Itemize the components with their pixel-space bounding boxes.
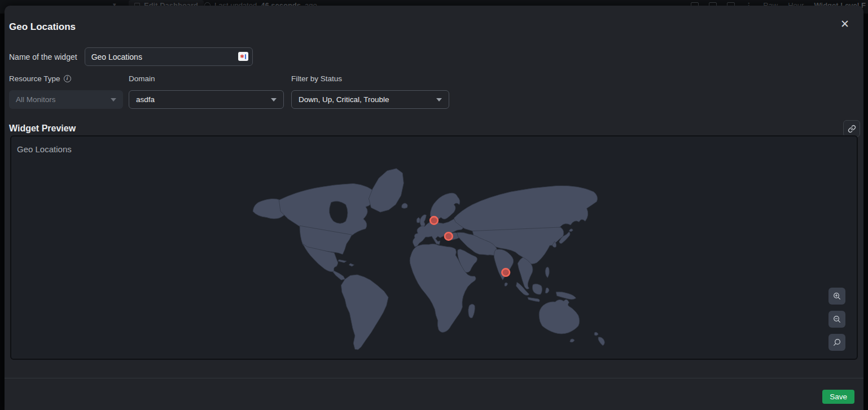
zoom-out-icon (832, 315, 841, 324)
widget-preview-title: Widget Preview (9, 124, 76, 134)
chevron-down-icon (111, 98, 116, 102)
status-filter-label: Filter by Status (291, 74, 342, 83)
marker-south-india[interactable] (502, 268, 510, 276)
marker-eastern-europe[interactable] (445, 232, 453, 240)
world-map-landmasses (253, 169, 604, 350)
asterisk-glyph: ✱ (240, 54, 244, 59)
marker-northern-europe[interactable] (430, 217, 438, 224)
save-button[interactable]: Save (822, 390, 854, 404)
status-filter-value: Down, Up, Critical, Trouble (299, 95, 389, 104)
cursor-glyph (245, 54, 246, 59)
copy-link-button[interactable] (843, 120, 860, 137)
chevron-down-icon (436, 98, 442, 102)
zoom-out-button[interactable] (828, 311, 845, 328)
modal-title: Geo Locations (9, 21, 76, 33)
resource-type-value: All Monitors (16, 95, 56, 104)
translate-icon[interactable]: ✱ (238, 52, 248, 61)
widget-name-label: Name of the widget (9, 52, 77, 61)
zoom-reset-button[interactable] (828, 334, 845, 351)
close-icon[interactable]: ✕ (838, 17, 852, 32)
widget-preview-panel: Geo Locations (10, 135, 858, 360)
chevron-down-icon (271, 98, 277, 102)
resource-type-label: Resource Type (9, 74, 60, 83)
zoom-reset-icon (832, 338, 841, 347)
resource-type-select[interactable]: All Monitors (9, 90, 123, 109)
map-zoom-controls (828, 288, 845, 351)
geo-map[interactable] (242, 162, 626, 351)
domain-label: Domain (129, 74, 155, 83)
footer-divider (5, 378, 863, 378)
geo-locations-modal: Geo Locations ✕ Name of the widget ✱ Res… (5, 6, 863, 410)
link-icon (848, 125, 856, 133)
zoom-in-button[interactable] (828, 288, 845, 305)
domain-select[interactable]: asdfa (129, 90, 284, 109)
widget-name-input[interactable] (85, 47, 253, 66)
status-filter-select[interactable]: Down, Up, Critical, Trouble (291, 90, 449, 109)
domain-value: asdfa (136, 95, 155, 104)
info-icon[interactable]: i (64, 75, 71, 82)
zoom-in-icon (832, 292, 841, 301)
preview-widget-title: Geo Locations (17, 144, 72, 154)
